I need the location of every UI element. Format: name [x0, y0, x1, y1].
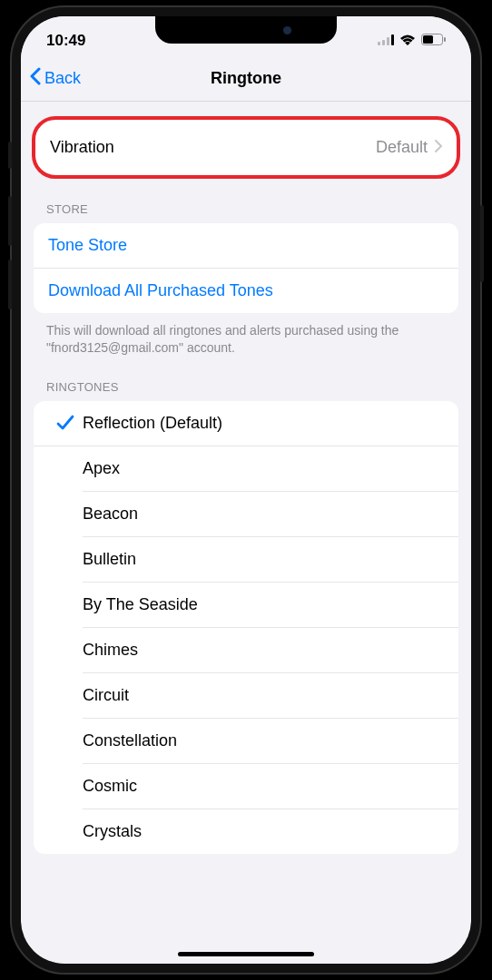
notch [155, 16, 337, 44]
ringtone-label: Beacon [83, 505, 138, 524]
svg-rect-2 [387, 37, 389, 45]
ringtone-item[interactable]: Constellation [83, 719, 458, 764]
svg-rect-3 [391, 34, 394, 45]
ringtone-item[interactable]: Beacon [83, 492, 458, 537]
ringtone-item[interactable]: Cosmic [83, 764, 458, 809]
page-title: Ringtone [211, 69, 281, 88]
svg-rect-6 [444, 37, 446, 42]
status-icons [378, 32, 446, 50]
svg-rect-0 [378, 42, 380, 45]
chevron-right-icon [435, 138, 442, 157]
phone-screen: 10:49 Back Ringtone [21, 16, 471, 964]
cellular-signal-icon [378, 32, 394, 50]
ringtone-item[interactable]: Reflection (Default) [34, 401, 458, 446]
ringtones-list: Reflection (Default)ApexBeaconBulletinBy… [34, 401, 458, 854]
svg-rect-5 [423, 35, 433, 44]
home-indicator[interactable] [178, 952, 314, 956]
phone-frame: 10:49 Back Ringtone [10, 5, 482, 975]
store-footer: This will download all ringtones and ale… [21, 313, 471, 357]
mute-switch [8, 142, 12, 169]
battery-icon [421, 32, 446, 50]
svg-rect-1 [382, 40, 385, 45]
chevron-left-icon [30, 67, 41, 90]
volume-up-button [8, 196, 12, 246]
ringtone-item[interactable]: By The Seaside [83, 583, 458, 628]
navigation-bar: Back Ringtone [21, 56, 471, 102]
back-label: Back [44, 69, 81, 88]
vibration-label: Vibration [50, 138, 114, 157]
ringtone-item[interactable]: Chimes [83, 628, 458, 673]
vibration-value: Default [376, 138, 428, 157]
ringtone-label: Constellation [83, 731, 177, 750]
ringtone-label: Cosmic [83, 777, 137, 796]
ringtone-label: Apex [83, 459, 120, 478]
wifi-icon [399, 32, 416, 50]
vibration-cell[interactable]: Vibration Default [41, 125, 451, 170]
ringtone-label: Crystals [83, 822, 142, 841]
tone-store-link[interactable]: Tone Store [34, 223, 458, 268]
status-time: 10:49 [46, 32, 85, 50]
store-group: Tone Store Download All Purchased Tones [34, 223, 458, 313]
download-all-link[interactable]: Download All Purchased Tones [34, 268, 458, 313]
power-button [480, 205, 484, 282]
ringtone-item[interactable]: Circuit [83, 673, 458, 719]
ringtone-item[interactable]: Crystals [83, 809, 458, 854]
vibration-value-wrap: Default [376, 138, 442, 157]
volume-down-button [8, 260, 12, 309]
ringtone-item[interactable]: Apex [83, 446, 458, 492]
ringtones-header: RINGTONES [21, 357, 471, 401]
vibration-section-highlight: Vibration Default [32, 116, 460, 179]
back-button[interactable]: Back [30, 67, 81, 90]
content-scroll[interactable]: Vibration Default STORE Tone Store Downl… [21, 102, 471, 964]
ringtone-label: Chimes [83, 641, 138, 660]
ringtone-label: Bulletin [83, 550, 136, 569]
ringtone-label: Reflection (Default) [83, 414, 222, 433]
ringtone-label: Circuit [83, 686, 129, 705]
checkmark-icon [48, 415, 83, 431]
store-header: STORE [21, 179, 471, 223]
ringtone-label: By The Seaside [83, 595, 198, 614]
ringtone-item[interactable]: Bulletin [83, 537, 458, 583]
